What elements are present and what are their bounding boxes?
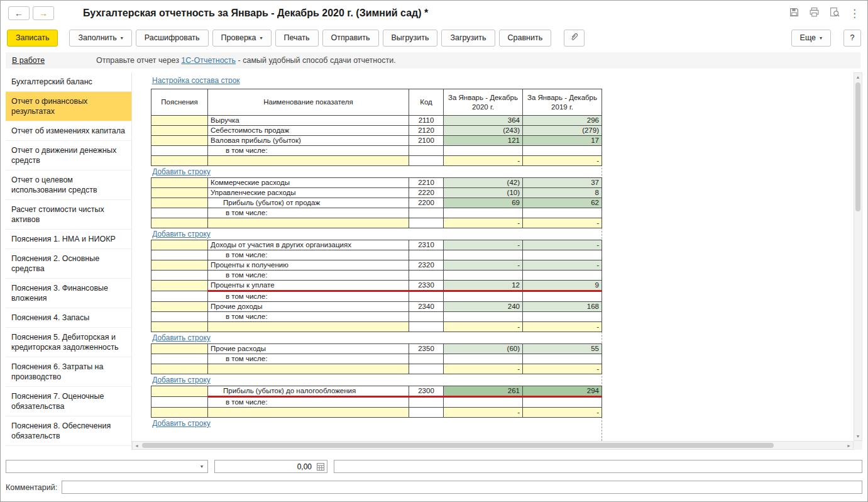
comment-input[interactable] — [62, 481, 862, 493]
scroll-down-icon[interactable]: ▼ — [854, 432, 862, 440]
indicator-name-cell[interactable]: Прочие расходы — [208, 344, 409, 354]
value-2020-cell[interactable]: - — [444, 218, 523, 228]
indicator-name-cell[interactable]: Прочие доходы — [208, 302, 409, 312]
horizontal-scrollbar[interactable]: ◄ ► — [132, 441, 854, 450]
footer-text-input[interactable] — [334, 460, 862, 472]
scroll-right-icon[interactable]: ► — [845, 442, 853, 449]
indicator-name-cell[interactable]: Управленческие расходы — [208, 188, 409, 198]
add-row-link[interactable]: Добавить строку — [152, 376, 211, 384]
indicator-name-cell[interactable] — [208, 408, 409, 418]
value-2020-cell[interactable]: (60) — [444, 344, 523, 354]
value-2020-cell[interactable]: - — [444, 260, 523, 271]
footer-text-field[interactable] — [334, 460, 862, 473]
notes-cell[interactable] — [151, 344, 208, 354]
forward-button[interactable]: → — [33, 6, 54, 20]
value-2019-cell[interactable]: 294 — [523, 386, 602, 397]
indicator-name-cell[interactable]: Себестоимость продаж — [208, 126, 409, 136]
footer-amount-field[interactable] — [214, 460, 327, 473]
indicator-name-cell[interactable]: Прибыль (убыток) от продаж — [208, 198, 409, 208]
vertical-scroll-thumb[interactable] — [855, 82, 860, 211]
value-2020-cell[interactable]: 261 — [444, 386, 523, 397]
amount-input[interactable] — [215, 462, 314, 471]
sidebar-item[interactable]: Пояснения 7. Оценочные обязательства — [6, 387, 131, 416]
indicator-name-cell[interactable] — [208, 218, 409, 228]
code-cell[interactable]: 2120 — [409, 126, 444, 136]
add-row-link[interactable]: Добавить строку — [152, 167, 211, 176]
code-cell[interactable]: 2330 — [409, 281, 444, 291]
notes-cell[interactable] — [151, 126, 208, 136]
notes-cell[interactable] — [151, 188, 208, 198]
combo-dropdown-button[interactable]: ▾ — [196, 460, 207, 472]
back-button[interactable]: ← — [8, 6, 30, 20]
sidebar-item[interactable]: Пояснения 5. Дебиторская и кредиторская … — [6, 328, 131, 357]
code-cell[interactable]: 2310 — [409, 240, 444, 250]
indicator-name-cell[interactable]: Коммерческие расходы — [208, 178, 409, 188]
load-button[interactable]: Загрузить — [441, 30, 495, 47]
add-row-link[interactable]: Добавить строку — [152, 230, 211, 238]
notes-cell[interactable] — [151, 156, 208, 166]
value-2019-cell[interactable]: 168 — [523, 302, 602, 312]
code-cell[interactable] — [409, 218, 444, 228]
sidebar-item[interactable]: Пояснения 4. Запасы — [6, 308, 131, 328]
code-cell[interactable] — [409, 408, 444, 418]
horizontal-scroll-thumb[interactable] — [142, 443, 774, 448]
calculator-icon[interactable] — [314, 463, 327, 471]
code-cell[interactable]: 2320 — [409, 260, 444, 271]
notes-cell[interactable] — [151, 386, 208, 397]
notes-cell[interactable] — [151, 178, 208, 188]
value-2019-cell[interactable]: - — [523, 240, 602, 250]
add-row-link[interactable]: Добавить строку — [152, 333, 211, 342]
compare-button[interactable]: Сравнить — [499, 30, 552, 47]
report-state-link[interactable]: В работе — [12, 56, 45, 65]
value-2019-cell[interactable]: - — [523, 322, 602, 332]
preview-icon[interactable] — [829, 7, 840, 20]
sidebar-item[interactable]: Отчет о финансовых результатах — [6, 92, 131, 121]
check-button[interactable]: Проверка▾ — [212, 30, 272, 47]
code-cell[interactable]: 2220 — [409, 188, 444, 198]
print-button[interactable]: Печать — [275, 30, 319, 47]
value-2019-cell[interactable]: 55 — [523, 344, 602, 354]
notes-cell[interactable] — [151, 260, 208, 271]
footer-combo-field[interactable]: ▾ — [6, 460, 208, 473]
indicator-name-cell[interactable]: Доходы от участия в других организациях — [208, 240, 409, 250]
sidebar-item[interactable]: Бухгалтерский баланс — [6, 72, 131, 92]
indicator-name-cell[interactable]: Выручка — [208, 116, 409, 126]
kebab-menu-icon[interactable]: ⋮ — [849, 8, 860, 19]
value-2019-cell[interactable]: - — [523, 260, 602, 271]
scroll-up-icon[interactable]: ▲ — [854, 73, 862, 81]
sidebar-item[interactable]: Пояснения 1. НМА и НИОКР — [6, 230, 131, 249]
indicator-name-cell[interactable] — [208, 364, 409, 374]
value-2020-cell[interactable]: 69 — [444, 198, 523, 208]
value-2019-cell[interactable]: 296 — [523, 116, 602, 126]
code-cell[interactable] — [409, 322, 444, 332]
code-cell[interactable]: 2100 — [409, 136, 444, 146]
sidebar-item[interactable]: Пояснения 2. Основные средства — [6, 249, 131, 279]
value-2019-cell[interactable]: (279) — [523, 126, 602, 136]
indicator-name-cell[interactable]: Проценты к получению — [208, 260, 409, 271]
value-2020-cell[interactable]: 240 — [444, 302, 523, 312]
indicator-name-cell[interactable] — [208, 156, 409, 166]
code-cell[interactable]: 2300 — [409, 386, 444, 397]
indicator-name-cell[interactable]: Прибыль (убыток) до налогообложения — [208, 386, 409, 397]
code-cell[interactable]: 2110 — [409, 116, 444, 126]
scroll-left-icon[interactable]: ◄ — [133, 442, 141, 449]
code-cell[interactable]: 2340 — [409, 302, 444, 312]
code-cell[interactable]: 2210 — [409, 178, 444, 188]
notes-cell[interactable] — [151, 302, 208, 312]
notes-cell[interactable] — [151, 198, 208, 208]
vertical-scrollbar[interactable]: ▲ ▼ — [854, 72, 862, 441]
comment-field[interactable] — [62, 481, 862, 494]
notes-cell[interactable] — [151, 218, 208, 228]
value-2019-cell[interactable]: 9 — [523, 281, 602, 291]
service-link[interactable]: 1С-Отчетность — [181, 56, 236, 65]
indicator-name-cell[interactable]: Валовая прибыль (убыток) — [208, 136, 409, 146]
value-2020-cell[interactable]: - — [444, 156, 523, 166]
sidebar-item[interactable]: Пояснения 6. Затраты на производство — [6, 357, 131, 387]
value-2020-cell[interactable]: (243) — [444, 126, 523, 136]
decipher-button[interactable]: Расшифровать — [136, 30, 209, 47]
notes-cell[interactable] — [151, 136, 208, 146]
value-2020-cell[interactable]: - — [444, 364, 523, 374]
notes-cell[interactable] — [151, 364, 208, 374]
code-cell[interactable]: 2350 — [409, 344, 444, 354]
code-cell[interactable] — [409, 364, 444, 374]
